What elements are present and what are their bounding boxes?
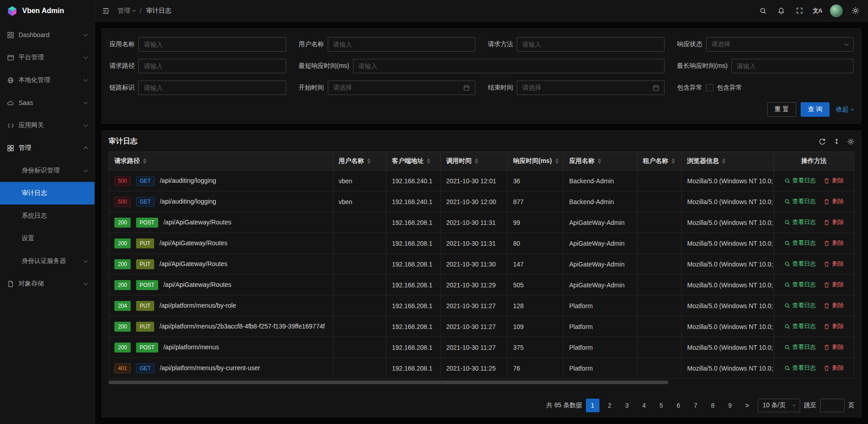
search-icon[interactable]	[755, 3, 771, 19]
sort-icon[interactable]	[555, 158, 559, 164]
column-header-tenant-name[interactable]: 租户名称	[637, 152, 682, 171]
http-method-input[interactable]	[522, 41, 659, 48]
start-time-picker[interactable]: 请选择	[328, 81, 476, 95]
tenant-cell	[637, 295, 682, 316]
sort-icon[interactable]	[598, 158, 601, 164]
request-path-input[interactable]	[144, 62, 281, 70]
tenant-cell	[637, 212, 682, 233]
app-name-input[interactable]	[144, 41, 281, 48]
breadcrumb-parent[interactable]: 管理	[118, 7, 135, 15]
delete-button[interactable]: 删除	[824, 197, 844, 205]
chevron-down-icon	[84, 123, 88, 127]
fullscreen-icon[interactable]	[791, 3, 807, 19]
logo[interactable]: Vben Admin	[0, 0, 94, 22]
user-name-input[interactable]	[333, 41, 470, 48]
max-duration-input[interactable]	[737, 62, 849, 70]
delete-button[interactable]: 删除	[824, 281, 844, 289]
sort-icon[interactable]	[427, 158, 430, 164]
jump-page-input[interactable]	[820, 399, 844, 412]
column-header-app-name[interactable]: 应用名称	[564, 152, 637, 171]
page-button[interactable]: 1	[586, 399, 599, 412]
view-log-button[interactable]: 查看日志	[784, 301, 816, 310]
sort-icon[interactable]	[367, 158, 371, 164]
column-header-user-name[interactable]: 用户名称	[333, 152, 387, 171]
sidebar-item-system-log[interactable]: 系统日志	[0, 205, 94, 227]
trace-id-input[interactable]	[144, 84, 281, 91]
table-title: 审计日志	[108, 137, 137, 146]
sort-icon[interactable]	[722, 158, 726, 164]
query-button[interactable]: 查 询	[801, 102, 830, 117]
user-name-cell: vben	[333, 191, 387, 212]
table-settings-gear-icon[interactable]	[847, 138, 854, 145]
page-button[interactable]: 3	[620, 399, 634, 412]
sidebar-item-audit-log[interactable]: 审计日志	[0, 182, 94, 205]
sidebar-item-app-gateway[interactable]: 应用网关	[0, 114, 94, 137]
view-log-button[interactable]: 查看日志	[784, 176, 816, 185]
column-header-call-time[interactable]: 调用时间	[441, 152, 508, 171]
page-size-select[interactable]: 10 条/页	[758, 399, 800, 412]
sort-icon[interactable]	[143, 158, 146, 164]
column-header-browser[interactable]: 浏览器信息	[682, 152, 774, 171]
column-header-request-path[interactable]: 请求路径	[109, 152, 333, 171]
translate-icon[interactable]: 文A	[809, 3, 826, 19]
delete-button[interactable]: 删除	[824, 239, 844, 247]
page-button[interactable]: 7	[689, 399, 703, 412]
scrollbar-thumb[interactable]	[108, 381, 668, 384]
page-button[interactable]: 5	[655, 399, 668, 412]
sidebar-item-settings[interactable]: 设置	[0, 227, 94, 250]
column-height-icon[interactable]	[833, 138, 840, 145]
sidebar-fold-icon[interactable]	[98, 3, 114, 19]
chevron-down-icon	[84, 100, 88, 105]
view-log-button[interactable]: 查看日志	[784, 343, 816, 351]
view-log-button[interactable]: 查看日志	[784, 281, 816, 289]
app-name-cell: ApiGateWay-Admin	[564, 212, 637, 233]
view-log-button[interactable]: 查看日志	[784, 260, 816, 268]
sidebar-item-platform-management[interactable]: 平台管理	[0, 46, 94, 69]
delete-button[interactable]: 删除	[824, 301, 844, 310]
reset-button[interactable]: 重 置	[767, 102, 796, 117]
view-log-button[interactable]: 查看日志	[784, 239, 816, 247]
avatar[interactable]	[830, 5, 843, 17]
page-button[interactable]: 4	[637, 399, 651, 412]
collapse-link[interactable]: 收起	[836, 105, 854, 114]
column-header-duration[interactable]: 响应时间(ms)	[508, 152, 564, 171]
min-duration-input[interactable]	[359, 62, 659, 70]
refresh-icon[interactable]	[819, 138, 826, 145]
horizontal-scrollbar[interactable]	[108, 380, 854, 385]
client-ip-cell: 192.168.208.1	[387, 233, 441, 254]
view-log-button[interactable]: 查看日志	[784, 197, 816, 205]
page-button[interactable]: 8	[706, 399, 720, 412]
delete-button[interactable]: 删除	[824, 364, 844, 372]
delete-button[interactable]: 删除	[824, 176, 844, 185]
view-log-button[interactable]: 查看日志	[784, 322, 816, 330]
view-log-button[interactable]: 查看日志	[784, 218, 816, 226]
delete-button[interactable]: 删除	[824, 218, 844, 226]
page-button[interactable]: 2	[603, 399, 617, 412]
status-badge: 200	[114, 218, 131, 228]
page-button[interactable]: 6	[672, 399, 685, 412]
sidebar-item-object-storage[interactable]: 对象存储	[0, 272, 94, 295]
sidebar-item-saas[interactable]: Saas	[0, 91, 94, 114]
sort-icon[interactable]	[671, 158, 675, 164]
call-time-cell: 2021-10-30 11:31	[441, 233, 508, 254]
sidebar-item-admin[interactable]: 管理	[0, 137, 94, 159]
has-exception-checkbox[interactable]	[706, 84, 713, 91]
delete-button[interactable]: 删除	[824, 260, 844, 268]
page-content: 应用名称 用户名称 请求方法	[95, 22, 868, 424]
notification-bell-icon[interactable]	[773, 3, 789, 19]
end-time-picker[interactable]: 请选择	[517, 81, 665, 95]
delete-button[interactable]: 删除	[824, 343, 844, 351]
http-status-select[interactable]: 请选择	[706, 37, 854, 52]
sidebar-item-identity-management[interactable]: 身份标识管理	[0, 159, 94, 182]
trace-id-label: 链路标识	[109, 84, 135, 92]
sidebar-item-dashboard[interactable]: Dashboard	[0, 24, 94, 46]
pagination-next-button[interactable]: >	[741, 399, 754, 412]
column-header-client-ip[interactable]: 客户端地址	[387, 152, 441, 171]
sidebar-item-auth-server[interactable]: 身份认证服务器	[0, 250, 94, 272]
delete-button[interactable]: 删除	[824, 322, 844, 330]
page-button[interactable]: 9	[723, 399, 737, 412]
sort-icon[interactable]	[475, 158, 478, 164]
sidebar-item-localization[interactable]: 本地化管理	[0, 69, 94, 91]
gear-icon[interactable]	[847, 3, 863, 19]
view-log-button[interactable]: 查看日志	[784, 364, 816, 372]
